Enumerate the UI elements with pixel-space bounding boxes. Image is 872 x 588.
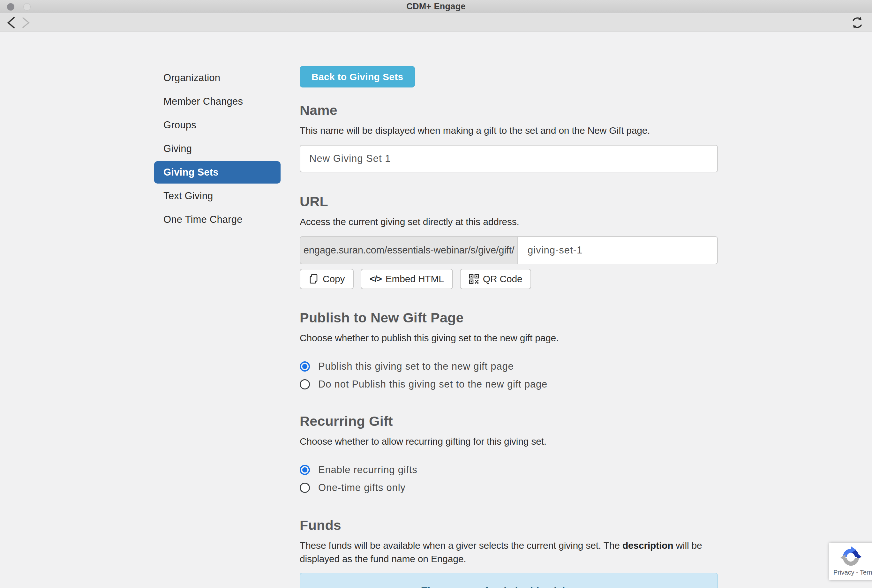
giving-set-editor: Back to Giving Sets Name This name will … — [300, 66, 718, 588]
code-brackets-icon: </> — [370, 274, 381, 284]
sidebar-item-member-changes[interactable]: Member Changes — [154, 90, 280, 113]
back-arrow-icon[interactable] — [4, 15, 18, 30]
copy-url-button[interactable]: Copy — [300, 269, 354, 289]
funds-section-heading: Funds — [300, 517, 718, 533]
recaptcha-badge: Privacy - Terms — [829, 543, 872, 580]
name-section-heading: Name — [300, 102, 718, 118]
recaptcha-logo-icon — [839, 545, 863, 568]
funds-description-bold: description — [622, 540, 673, 550]
sidebar-item-one-time-charge[interactable]: One Time Charge — [154, 208, 280, 231]
window-minimize-button[interactable] — [23, 3, 31, 10]
url-actions: Copy </> Embed HTML — [300, 269, 718, 289]
embed-button-label: Embed HTML — [385, 274, 444, 284]
sidebar-item-label: One Time Charge — [163, 214, 243, 225]
radio-unselected-icon[interactable] — [300, 379, 310, 390]
radio-selected-icon[interactable] — [300, 465, 310, 475]
funds-empty-notice: There are no funds in this giving set. — [300, 573, 718, 588]
url-prefix: engage.suran.com/essentials-webinar/s/gi… — [300, 236, 518, 264]
recaptcha-privacy-terms-link[interactable]: Privacy - Terms — [833, 569, 872, 576]
radio-label: Enable recurring gifts — [318, 464, 418, 476]
funds-description-text: These funds will be available when a giv… — [300, 540, 622, 550]
url-section-description: Access the current giving set directly a… — [300, 215, 718, 228]
recurring-section-description: Choose whether to allow recurring giftin… — [300, 435, 718, 448]
recurring-radio-group: Enable recurring gifts One-time gifts on… — [300, 461, 718, 497]
settings-sidebar: Organization Member Changes Groups Givin… — [154, 66, 280, 231]
sidebar-item-label: Text Giving — [163, 190, 213, 202]
qr-code-button[interactable]: QR Code — [460, 269, 532, 289]
sidebar-item-label: Giving Sets — [163, 166, 219, 178]
recurring-section-heading: Recurring Gift — [300, 413, 718, 429]
publish-option-no[interactable]: Do not Publish this giving set to the ne… — [300, 375, 718, 393]
url-section-heading: URL — [300, 194, 718, 209]
sidebar-item-label: Organization — [163, 72, 220, 84]
recurring-option-one-time[interactable]: One-time gifts only — [300, 479, 718, 497]
publish-radio-group: Publish this giving set to the new gift … — [300, 357, 718, 393]
radio-unselected-icon[interactable] — [300, 483, 310, 493]
window-titlebar: CDM+ Engage — [0, 0, 872, 14]
recurring-option-enable[interactable]: Enable recurring gifts — [300, 461, 718, 479]
name-section-description: This name will be displayed when making … — [300, 124, 718, 137]
sidebar-item-organization[interactable]: Organization — [154, 66, 280, 90]
sidebar-item-label: Groups — [163, 119, 196, 131]
radio-dot — [302, 467, 307, 472]
sidebar-item-label: Member Changes — [163, 96, 243, 107]
publish-section-description: Choose whether to publish this giving se… — [300, 332, 718, 345]
window-close-button[interactable] — [7, 3, 14, 10]
sidebar-item-label: Giving — [163, 143, 192, 154]
funds-empty-message: There are no funds in this giving set. — [421, 585, 597, 588]
copy-button-label: Copy — [323, 274, 345, 284]
embed-html-button[interactable]: </> Embed HTML — [361, 269, 453, 289]
sidebar-item-giving-sets[interactable]: Giving Sets — [154, 161, 280, 183]
back-to-giving-sets-button[interactable]: Back to Giving Sets — [300, 66, 415, 87]
sidebar-item-giving[interactable]: Giving — [154, 137, 280, 160]
publish-section-heading: Publish to New Gift Page — [300, 310, 718, 326]
forward-arrow-icon[interactable] — [18, 15, 33, 30]
toolbar — [0, 14, 872, 32]
publish-option-yes[interactable]: Publish this giving set to the new gift … — [300, 357, 718, 375]
radio-label: Do not Publish this giving set to the ne… — [318, 379, 547, 390]
refresh-icon[interactable] — [848, 15, 866, 30]
url-slug-input[interactable] — [517, 236, 718, 264]
sidebar-item-text-giving[interactable]: Text Giving — [154, 184, 280, 208]
qr-button-label: QR Code — [483, 274, 523, 284]
url-field-group: engage.suran.com/essentials-webinar/s/gi… — [300, 236, 718, 264]
window-controls — [7, 0, 31, 14]
radio-selected-icon[interactable] — [300, 362, 310, 372]
qr-code-icon — [469, 274, 479, 284]
radio-dot — [302, 364, 307, 369]
radio-label: Publish this giving set to the new gift … — [318, 361, 514, 372]
radio-label: One-time gifts only — [318, 482, 406, 494]
copy-icon — [309, 274, 319, 284]
sidebar-item-groups[interactable]: Groups — [154, 113, 280, 137]
giving-set-name-input[interactable] — [300, 145, 718, 172]
funds-section-description: These funds will be available when a giv… — [300, 539, 718, 566]
window-title: CDM+ Engage — [406, 2, 466, 12]
